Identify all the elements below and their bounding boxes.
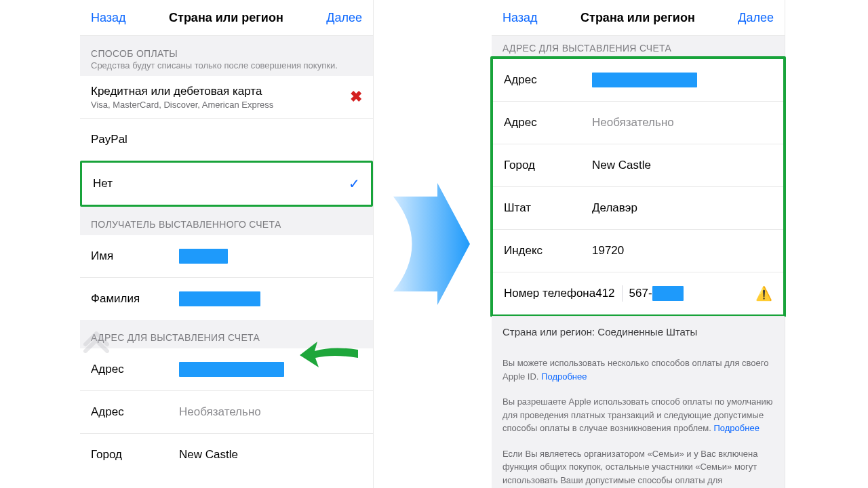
right-screenshot: Назад Страна или регион Далее АДРЕС ДЛЯ … [492, 0, 785, 488]
footer-note-3: Если Вы являетесь организатором «Семьи» … [492, 445, 785, 489]
address-2-field[interactable]: Адрес Необязательно [80, 390, 373, 433]
warning-icon: ⚠️ [755, 285, 772, 302]
x-icon: ✖ [350, 88, 362, 106]
payment-method-header: СПОСОБ ОПЛАТЫ Средства будут списаны тол… [80, 36, 373, 76]
phone-field[interactable]: Номер телефона 412 567- ⚠️ [493, 272, 783, 314]
address-2-placeholder: Необязательно [179, 405, 261, 419]
city-value: New Castle [592, 159, 651, 172]
phone-area: 412 [595, 287, 614, 300]
page-title: Страна или регион [169, 11, 283, 25]
learn-more-link[interactable]: Подробнее [713, 423, 759, 433]
footer-note-2: Вы разрешаете Apple использовать способ … [492, 392, 785, 445]
redacted-block [179, 249, 228, 264]
arrow-right-icon [390, 183, 471, 305]
billing-address-header: АДРЕС ДЛЯ ВЫСТАВЛЕНИЯ СЧЕТА [80, 320, 373, 348]
city-field[interactable]: Город New Castle [493, 144, 783, 186]
redacted-block [179, 291, 260, 306]
last-name-field[interactable]: Фамилия [80, 277, 373, 320]
redacted-block [179, 362, 284, 377]
navbar: Назад Страна или регион Далее [492, 0, 785, 36]
billing-address-title: АДРЕС ДЛЯ ВЫСТАВЛЕНИЯ СЧЕТА [91, 332, 260, 343]
page-title: Страна или регион [580, 11, 695, 25]
none-label: Нет [93, 177, 113, 190]
separator [622, 285, 623, 302]
footer-note-1: Вы можете использовать несколько способо… [492, 347, 785, 392]
address-2-field[interactable]: Адрес Необязательно [493, 101, 783, 144]
back-button[interactable]: Назад [502, 11, 538, 25]
redacted-block [652, 286, 684, 301]
zip-label: Индекс [504, 244, 592, 258]
state-label: Штат [504, 201, 592, 215]
address-label: Адрес [91, 405, 179, 419]
highlight-box: Адрес Адрес Необязательно Город New Cast… [490, 56, 786, 317]
last-name-label: Фамилия [91, 292, 179, 306]
address-2-placeholder: Необязательно [592, 116, 674, 129]
city-value: New Castle [179, 448, 238, 462]
billing-address-group: Адрес Адрес Необязательно Город New Cast… [493, 59, 783, 314]
payment-method-title: СПОСОБ ОПЛАТЫ [91, 48, 178, 59]
paypal-label: PayPal [91, 133, 127, 146]
next-button[interactable]: Далее [738, 11, 774, 25]
card-title: Кредитная или дебетовая карта [91, 85, 273, 98]
state-field[interactable]: Штат Делавэр [493, 186, 783, 229]
learn-more-link[interactable]: Подробнее [541, 371, 587, 382]
left-screenshot: Назад Страна или регион Далее СПОСОБ ОПЛ… [80, 0, 374, 488]
state-value: Делавэр [592, 201, 637, 215]
phone-label: Номер телефона [504, 287, 595, 300]
first-name-field[interactable]: Имя [80, 235, 373, 277]
next-button[interactable]: Далее [326, 11, 362, 25]
address-1-field[interactable]: Адрес [493, 59, 783, 101]
check-icon: ✓ [349, 176, 360, 192]
region-summary: Страна или регион: Соединенные Штаты [492, 316, 785, 347]
address-1-field[interactable]: Адрес [80, 348, 373, 390]
city-label: Город [91, 448, 179, 462]
footer-text: Если Вы являетесь организатором «Семьи» … [502, 449, 758, 489]
zip-field[interactable]: Индекс 19720 [493, 229, 783, 272]
back-button[interactable]: Назад [91, 11, 126, 25]
payment-method-subtitle: Средства будут списаны только после сове… [91, 60, 362, 70]
address-label: Адрес [91, 363, 179, 376]
payment-option-paypal[interactable]: PayPal [80, 118, 373, 161]
phone-rest: 567- [629, 287, 652, 300]
payment-option-none[interactable]: Нет ✓ [80, 161, 373, 207]
first-name-label: Имя [91, 249, 179, 263]
redacted-block [592, 73, 697, 87]
bill-to-header: ПОЛУЧАТЕЛЬ ВЫСТАВЛЕННОГО СЧЕТА [80, 207, 373, 235]
city-label: Город [504, 159, 592, 172]
zip-value: 19720 [592, 244, 624, 258]
bill-to-group: Имя Фамилия [80, 235, 373, 320]
payment-option-card[interactable]: Кредитная или дебетовая карта Visa, Mast… [80, 76, 373, 118]
address-label: Адрес [504, 116, 592, 129]
billing-address-header: АДРЕС ДЛЯ ВЫСТАВЛЕНИЯ СЧЕТА [492, 36, 785, 58]
address-label: Адрес [504, 73, 592, 87]
billing-address-group: Адрес Адрес Необязательно Город New Cast… [80, 348, 373, 476]
payment-options: Кредитная или дебетовая карта Visa, Mast… [80, 76, 373, 207]
card-subtitle: Visa, MasterCard, Discover, American Exp… [91, 100, 273, 110]
navbar: Назад Страна или регион Далее [80, 0, 373, 36]
city-field[interactable]: Город New Castle [80, 433, 373, 476]
